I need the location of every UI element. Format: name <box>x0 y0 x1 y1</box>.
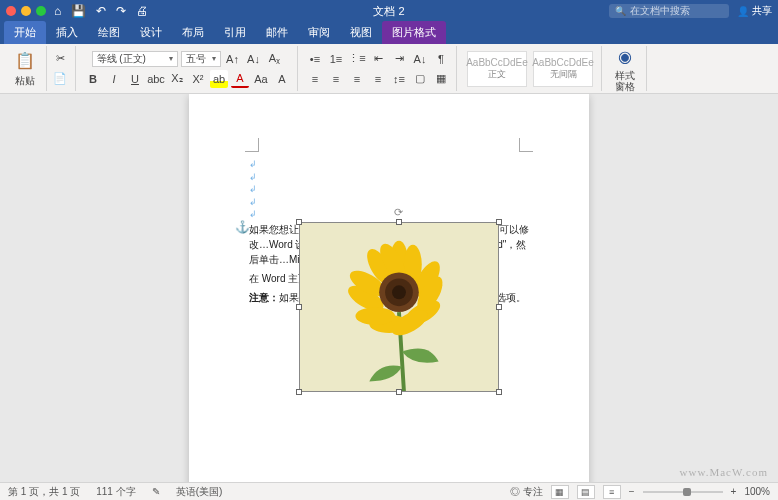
language-indicator[interactable]: 英语(美国) <box>176 485 223 499</box>
highlight-button[interactable]: ab <box>210 70 228 88</box>
cut-button[interactable]: ✂ <box>51 50 69 68</box>
clipboard-group: 📋 粘贴 <box>4 46 47 91</box>
resize-handle-tm[interactable] <box>396 219 402 225</box>
minimize-window-button[interactable] <box>21 6 31 16</box>
focus-mode-button[interactable]: ◎ 专注 <box>510 485 543 499</box>
statusbar: 第 1 页，共 1 页 111 个字 ✎ 英语(美国) ◎ 专注 ▦ ▤ ≡ −… <box>0 482 778 500</box>
paste-button[interactable]: 📋 粘贴 <box>10 48 40 90</box>
home-icon[interactable]: ⌂ <box>54 4 61 18</box>
tab-view[interactable]: 视图 <box>340 21 382 44</box>
resize-handle-tl[interactable] <box>296 219 302 225</box>
chevron-down-icon: ▾ <box>212 54 216 63</box>
style-normal[interactable]: AaBbCcDdEe 正文 <box>467 51 527 87</box>
ribbon: 📋 粘贴 ✂ 📄 等线 (正文) ▾ 五号 ▾ A↑ A↓ Aᵪ B I U a… <box>0 44 778 94</box>
increase-indent-button[interactable]: ⇥ <box>390 50 408 68</box>
font-color-button[interactable]: A <box>231 70 249 88</box>
shading-button[interactable]: ▢ <box>411 70 429 88</box>
close-window-button[interactable] <box>6 6 16 16</box>
resize-handle-ml[interactable] <box>296 304 302 310</box>
spellcheck-button[interactable]: ✎ <box>152 486 160 497</box>
paste-label: 粘贴 <box>15 74 35 88</box>
paragraph-group: •≡ 1≡ ⋮≡ ⇤ ⇥ A↓ ¶ ≡ ≡ ≡ ≡ ↕≡ ▢ ▦ <box>300 46 457 91</box>
workspace[interactable]: ↲↲↲↲↲ ⚓ ⟳ 如果您想让此前所有图上有一个主体学…如有上传中…您可以修改…… <box>0 94 778 482</box>
superscript-button[interactable]: X² <box>189 70 207 88</box>
resize-handle-br[interactable] <box>496 389 502 395</box>
rotate-handle[interactable]: ⟳ <box>394 206 403 219</box>
formatting-marks: ↲↲↲↲↲ <box>249 158 257 221</box>
outline-view-button[interactable]: ≡ <box>603 485 621 499</box>
show-marks-button[interactable]: ¶ <box>432 50 450 68</box>
sort-button[interactable]: A↓ <box>411 50 429 68</box>
undo-icon[interactable]: ↶ <box>96 4 106 18</box>
sunflower-image-content <box>300 223 498 391</box>
align-center-button[interactable]: ≡ <box>327 70 345 88</box>
tab-draw[interactable]: 绘图 <box>88 21 130 44</box>
styles-pane-label: 样式 窗格 <box>615 70 635 92</box>
multilevel-button[interactable]: ⋮≡ <box>348 50 366 68</box>
selected-image[interactable] <box>299 222 499 392</box>
search-input[interactable]: 🔍 在文档中搜索 <box>609 4 729 18</box>
line-spacing-button[interactable]: ↕≡ <box>390 70 408 88</box>
borders-button[interactable]: ▦ <box>432 70 450 88</box>
tab-layout[interactable]: 布局 <box>172 21 214 44</box>
maximize-window-button[interactable] <box>36 6 46 16</box>
copy-button[interactable]: 📄 <box>51 70 69 88</box>
underline-button[interactable]: U <box>126 70 144 88</box>
quick-access-toolbar: ⌂ 💾 ↶ ↷ 🖨 <box>54 4 148 18</box>
resize-handle-bl[interactable] <box>296 389 302 395</box>
resize-handle-mr[interactable] <box>496 304 502 310</box>
margin-corner-tr <box>519 138 533 152</box>
zoom-in-button[interactable]: + <box>731 486 737 497</box>
grow-font-button[interactable]: A↑ <box>224 50 242 68</box>
tab-review[interactable]: 审阅 <box>298 21 340 44</box>
share-button[interactable]: 👤 共享 <box>737 4 772 18</box>
word-count[interactable]: 111 个字 <box>96 485 135 499</box>
tab-home[interactable]: 开始 <box>4 21 46 44</box>
font-size-combo[interactable]: 五号 ▾ <box>181 51 221 67</box>
tab-picture-format[interactable]: 图片格式 <box>382 21 446 44</box>
bold-button[interactable]: B <box>84 70 102 88</box>
numbering-button[interactable]: 1≡ <box>327 50 345 68</box>
clear-format-button[interactable]: Aᵪ <box>266 50 284 68</box>
bullets-button[interactable]: •≡ <box>306 50 324 68</box>
svg-point-11 <box>355 307 395 325</box>
chevron-down-icon: ▾ <box>169 54 173 63</box>
zoom-out-button[interactable]: − <box>629 486 635 497</box>
subscript-button[interactable]: X₂ <box>168 70 186 88</box>
strikethrough-button[interactable]: abc <box>147 70 165 88</box>
bold-run: 注意： <box>249 292 279 303</box>
style-nospace[interactable]: AaBbCcDdEe 无间隔 <box>533 51 593 87</box>
align-right-button[interactable]: ≡ <box>348 70 366 88</box>
justify-button[interactable]: ≡ <box>369 70 387 88</box>
align-left-button[interactable]: ≡ <box>306 70 324 88</box>
redo-icon[interactable]: ↷ <box>116 4 126 18</box>
font-name-value: 等线 (正文) <box>97 52 146 66</box>
decrease-indent-button[interactable]: ⇤ <box>369 50 387 68</box>
web-layout-view-button[interactable]: ▤ <box>577 485 595 499</box>
save-icon[interactable]: 💾 <box>71 4 86 18</box>
char-shading-button[interactable]: A <box>273 70 291 88</box>
search-icon: 🔍 <box>615 6 626 16</box>
style-label: 正文 <box>488 68 506 81</box>
tab-references[interactable]: 引用 <box>214 21 256 44</box>
page-indicator[interactable]: 第 1 页，共 1 页 <box>8 485 80 499</box>
zoom-thumb[interactable] <box>683 488 691 496</box>
share-label: 共享 <box>752 4 772 18</box>
zoom-slider[interactable] <box>643 491 723 493</box>
anchor-icon[interactable]: ⚓ <box>235 220 250 234</box>
resize-handle-tr[interactable] <box>496 219 502 225</box>
zoom-level[interactable]: 100% <box>744 486 770 497</box>
change-case-button[interactable]: Aa <box>252 70 270 88</box>
document-page[interactable]: ↲↲↲↲↲ ⚓ ⟳ 如果您想让此前所有图上有一个主体学…如有上传中…您可以修改…… <box>189 94 589 482</box>
styles-pane-icon: ◉ <box>614 46 636 68</box>
tab-insert[interactable]: 插入 <box>46 21 88 44</box>
font-name-combo[interactable]: 等线 (正文) ▾ <box>92 51 178 67</box>
resize-handle-bm[interactable] <box>396 389 402 395</box>
print-icon[interactable]: 🖨 <box>136 4 148 18</box>
styles-pane-button[interactable]: ◉ 样式 窗格 <box>610 44 640 94</box>
print-layout-view-button[interactable]: ▦ <box>551 485 569 499</box>
tab-mail[interactable]: 邮件 <box>256 21 298 44</box>
shrink-font-button[interactable]: A↓ <box>245 50 263 68</box>
italic-button[interactable]: I <box>105 70 123 88</box>
tab-design[interactable]: 设计 <box>130 21 172 44</box>
